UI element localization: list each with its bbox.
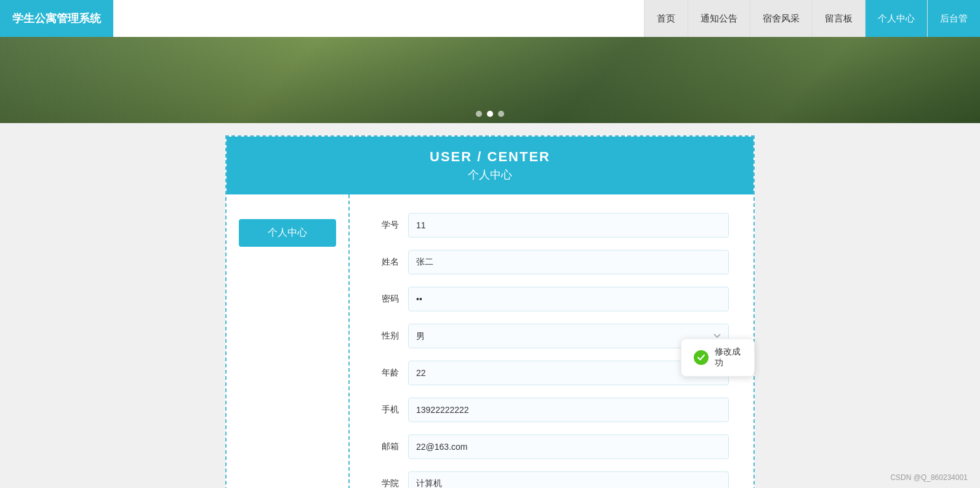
- toast-success-icon: [694, 350, 709, 365]
- page-title-cn: 个人中心: [239, 167, 741, 182]
- banner-dot-1[interactable]: [476, 111, 482, 117]
- banner-overlay: [0, 37, 980, 123]
- nav-menu: 首页 通知公告 宿舍风采 留言板 个人中心 后台管: [644, 0, 980, 37]
- form-row-phone: 手机: [374, 398, 729, 422]
- input-password[interactable]: [408, 287, 729, 311]
- banner-dots: [476, 111, 504, 117]
- nav-item-notice[interactable]: 通知公告: [688, 0, 750, 37]
- sidebar-user-center-button[interactable]: 个人中心: [239, 219, 336, 247]
- label-password: 密码: [374, 294, 399, 305]
- label-age: 年龄: [374, 367, 399, 378]
- form-row-college: 学院: [374, 471, 729, 488]
- form-row-age: 年龄: [374, 361, 729, 385]
- label-gender: 性别: [374, 330, 399, 342]
- form-row-password: 密码: [374, 287, 729, 311]
- label-student-id: 学号: [374, 220, 399, 231]
- content-area: 个人中心 学号 姓名 密码: [227, 194, 753, 488]
- banner-dot-2[interactable]: [487, 111, 493, 117]
- main-content: USER / CENTER 个人中心 个人中心 学号 姓名: [225, 135, 755, 488]
- toast-notification: 修改成功: [681, 338, 755, 377]
- label-phone: 手机: [374, 404, 399, 415]
- form-row-gender: 性别 男 女: [374, 324, 729, 348]
- nav-item-board[interactable]: 留言板: [812, 0, 865, 37]
- form-row-email: 邮箱: [374, 434, 729, 459]
- banner-dot-3[interactable]: [498, 111, 504, 117]
- input-email[interactable]: [408, 434, 729, 459]
- label-college: 学院: [374, 478, 399, 488]
- nav-item-admin[interactable]: 后台管: [927, 0, 980, 37]
- nav-item-dorm[interactable]: 宿舍风采: [750, 0, 812, 37]
- form-row-student-id: 学号: [374, 213, 729, 238]
- banner: [0, 37, 980, 123]
- logo-button[interactable]: 学生公寓管理系统: [0, 0, 113, 37]
- page-title-en: USER / CENTER: [239, 149, 741, 165]
- nav-item-home[interactable]: 首页: [644, 0, 688, 37]
- input-name[interactable]: [408, 250, 729, 274]
- header: 学生公寓管理系统 首页 通知公告 宿舍风采 留言板 个人中心 后台管: [0, 0, 980, 37]
- form-row-name: 姓名: [374, 250, 729, 274]
- input-student-id[interactable]: [408, 213, 729, 238]
- sidebar: 个人中心: [227, 194, 350, 488]
- input-phone[interactable]: [408, 398, 729, 422]
- page-header: USER / CENTER 个人中心: [227, 137, 753, 194]
- label-email: 邮箱: [374, 441, 399, 452]
- nav-item-user-center[interactable]: 个人中心: [865, 0, 927, 37]
- label-name: 姓名: [374, 257, 399, 268]
- input-college[interactable]: [408, 471, 729, 488]
- watermark: CSDN @Q_860234001: [890, 473, 968, 482]
- toast-message: 修改成功: [715, 346, 742, 369]
